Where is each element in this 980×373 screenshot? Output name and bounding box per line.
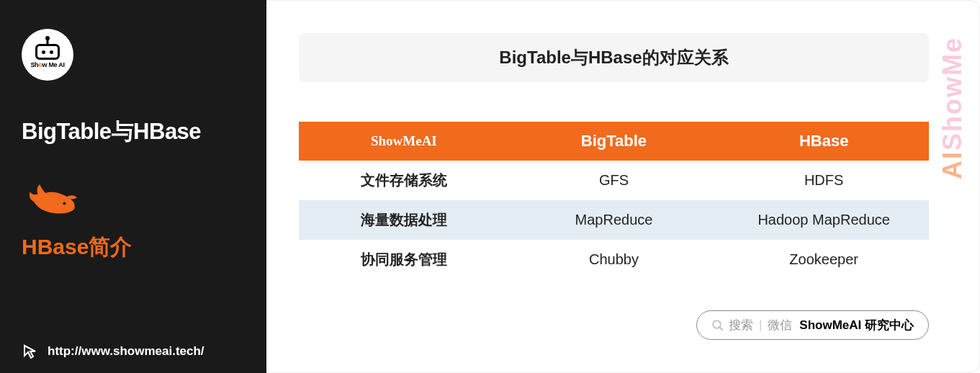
sidebar-subtitle: HBase简介 [22, 233, 245, 262]
logo: Show Me AI [22, 29, 73, 81]
table-row: 海量数据处理 MapReduce Hadoop MapReduce [299, 200, 929, 240]
divider: | [759, 318, 762, 333]
table-header-row: ShowMeAI BigTable HBase [299, 122, 929, 161]
table-cell: MapReduce [509, 200, 719, 240]
table-header: BigTable [509, 122, 719, 161]
sidebar-title: BigTable与HBase [22, 117, 245, 147]
table-cell: 海量数据处理 [299, 200, 509, 240]
table-header: ShowMeAI [299, 122, 509, 161]
search-label-1: 搜索 [729, 317, 753, 333]
search-pill: 搜索 | 微信 ShowMeAI 研究中心 [696, 310, 929, 340]
robot-icon [35, 44, 60, 60]
footer-url: http://www.showmeai.tech/ [48, 344, 204, 359]
table-cell: 文件存储系统 [299, 161, 509, 200]
table-cell: Zookeeper [719, 240, 929, 279]
search-brand: ShowMeAI 研究中心 [799, 317, 914, 333]
cursor-icon [22, 343, 39, 360]
main-content: AIShowMe BigTable与HBase的对应关系 ShowMeAI Bi… [266, 0, 980, 373]
watermark: AIShowMe [938, 37, 968, 179]
comparison-table: ShowMeAI BigTable HBase 文件存储系统 GFS HDFS … [299, 122, 929, 279]
svg-point-0 [63, 202, 66, 205]
whale-icon [25, 176, 83, 219]
table-cell: HDFS [719, 161, 929, 200]
sidebar: Show Me AI BigTable与HBase HBase简介 http:/… [0, 0, 266, 373]
table-row: 文件存储系统 GFS HDFS [299, 161, 929, 200]
svg-line-2 [719, 327, 723, 331]
svg-point-1 [713, 320, 721, 328]
sidebar-footer: http://www.showmeai.tech/ [22, 343, 204, 360]
search-icon [711, 319, 724, 332]
table-row: 协同服务管理 Chubby Zookeeper [299, 240, 929, 279]
search-label-2: 微信 [768, 317, 792, 333]
page-title: BigTable与HBase的对应关系 [299, 33, 929, 82]
table-cell: Hadoop MapReduce [719, 200, 929, 240]
table-cell: Chubby [509, 240, 719, 279]
table-header: HBase [719, 122, 929, 161]
table-cell: GFS [509, 161, 719, 200]
logo-text: Show Me AI [30, 61, 64, 68]
table-cell: 协同服务管理 [299, 240, 509, 279]
